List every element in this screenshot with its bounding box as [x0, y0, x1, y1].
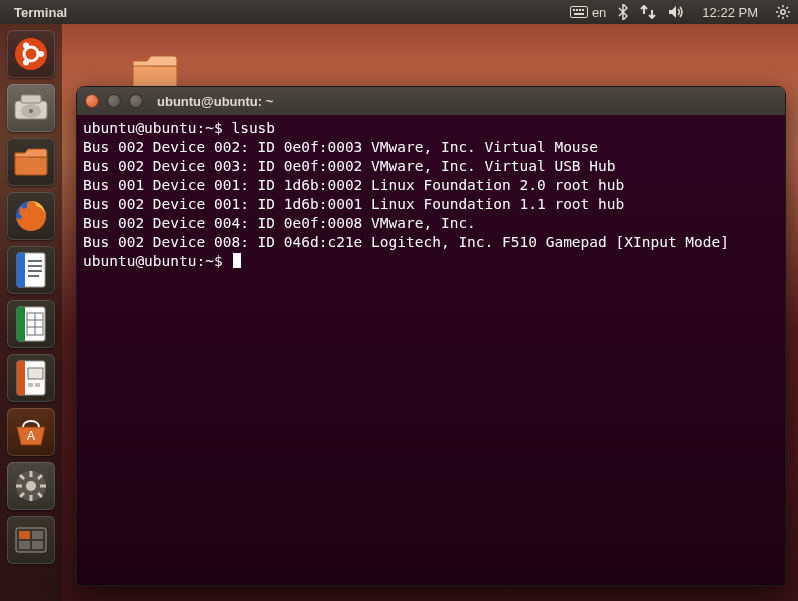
terminal-window: ubuntu@ubuntu: ~ ubuntu@ubuntu:~$ lsusb …	[76, 86, 786, 586]
launcher-calc[interactable]	[7, 300, 55, 348]
svg-rect-54	[19, 531, 30, 539]
svg-rect-56	[19, 541, 30, 549]
svg-rect-4	[582, 9, 584, 11]
terminal-output-line: Bus 002 Device 004: ID 0e0f:0008 VMware,…	[83, 214, 779, 233]
impress-icon	[15, 359, 47, 397]
terminal-prompt-line-2: ubuntu@ubuntu:~$	[83, 252, 779, 271]
svg-point-6	[781, 10, 785, 14]
svg-rect-2	[576, 9, 578, 11]
terminal-output-line: Bus 002 Device 001: ID 1d6b:0001 Linux F…	[83, 195, 779, 214]
svg-rect-55	[32, 531, 43, 539]
svg-rect-26	[17, 253, 25, 287]
svg-point-17	[38, 51, 44, 57]
workspace-icon	[14, 526, 48, 554]
svg-point-19	[23, 60, 29, 66]
svg-rect-0	[570, 7, 587, 18]
svg-line-13	[786, 7, 788, 9]
svg-text:A: A	[27, 429, 35, 443]
svg-rect-3	[579, 9, 581, 11]
terminal-body[interactable]: ubuntu@ubuntu:~$ lsusb Bus 002 Device 00…	[77, 115, 785, 585]
svg-rect-32	[17, 307, 25, 341]
terminal-output-line: Bus 002 Device 008: ID 046d:c21e Logitec…	[83, 233, 779, 252]
cursor-icon	[233, 253, 241, 268]
svg-rect-38	[17, 361, 25, 395]
gear-icon[interactable]	[776, 5, 790, 19]
folder-icon	[13, 147, 49, 177]
svg-rect-5	[574, 13, 584, 15]
network-icon[interactable]	[640, 5, 656, 19]
svg-point-44	[26, 481, 36, 491]
svg-line-14	[778, 15, 780, 17]
writer-icon	[15, 251, 47, 289]
keyboard-icon	[570, 6, 588, 18]
software-center-icon: A	[13, 415, 49, 449]
active-app-label: Terminal	[14, 5, 67, 20]
top-menubar: Terminal en 12:22 PM	[0, 0, 798, 24]
minimize-button[interactable]	[107, 94, 121, 108]
terminal-output-line: Bus 002 Device 003: ID 0e0f:0002 VMware,…	[83, 157, 779, 176]
unity-launcher: A	[0, 24, 62, 601]
launcher-workspace[interactable]	[7, 516, 55, 564]
launcher-files[interactable]	[7, 138, 55, 186]
launcher-settings[interactable]	[7, 462, 55, 510]
ubuntu-logo-icon	[14, 37, 48, 71]
svg-rect-23	[21, 95, 41, 103]
drive-icon	[13, 93, 49, 123]
terminal-title: ubuntu@ubuntu: ~	[157, 94, 273, 109]
calc-icon	[15, 305, 47, 343]
bluetooth-icon[interactable]	[618, 4, 628, 20]
svg-rect-39	[28, 368, 43, 379]
terminal-output-line: Bus 002 Device 002: ID 0e0f:0003 VMware,…	[83, 138, 779, 157]
terminal-prompt-line-1: ubuntu@ubuntu:~$ lsusb	[83, 119, 779, 138]
svg-line-11	[778, 7, 780, 9]
launcher-firefox[interactable]	[7, 192, 55, 240]
terminal-command: lsusb	[231, 120, 275, 136]
terminal-output-line: Bus 001 Device 001: ID 1d6b:0002 Linux F…	[83, 176, 779, 195]
launcher-impress[interactable]	[7, 354, 55, 402]
svg-line-12	[786, 15, 788, 17]
launcher-home[interactable]	[7, 84, 55, 132]
close-button[interactable]	[85, 94, 99, 108]
system-tray: en 12:22 PM	[570, 4, 790, 20]
keyboard-lang: en	[592, 5, 606, 20]
svg-point-22	[29, 109, 33, 113]
volume-icon[interactable]	[668, 5, 684, 19]
svg-rect-57	[32, 541, 43, 549]
keyboard-indicator[interactable]: en	[570, 5, 606, 20]
launcher-software[interactable]: A	[7, 408, 55, 456]
svg-rect-40	[28, 383, 33, 387]
clock[interactable]: 12:22 PM	[702, 5, 758, 20]
svg-rect-1	[573, 9, 575, 11]
svg-point-18	[23, 43, 29, 49]
terminal-titlebar[interactable]: ubuntu@ubuntu: ~	[77, 87, 785, 115]
launcher-dash[interactable]	[7, 30, 55, 78]
desktop-folder[interactable]	[130, 52, 180, 90]
settings-icon	[14, 469, 48, 503]
svg-rect-41	[35, 383, 40, 387]
firefox-icon	[13, 198, 49, 234]
folder-icon	[130, 51, 180, 91]
launcher-writer[interactable]	[7, 246, 55, 294]
maximize-button[interactable]	[129, 94, 143, 108]
